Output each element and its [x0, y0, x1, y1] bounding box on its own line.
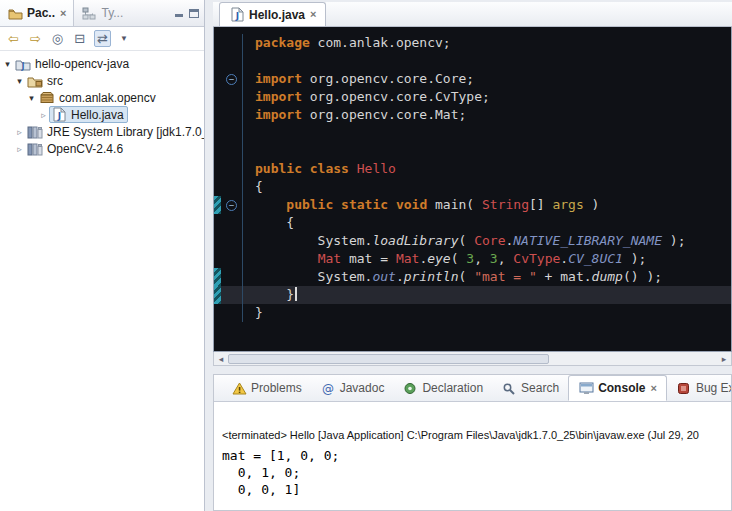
- tree-item-com-anlak-opencv[interactable]: ▾com.anlak.opencv: [0, 89, 204, 106]
- code-text: [243, 52, 255, 70]
- library-icon: [27, 141, 43, 156]
- code-line[interactable]: − public static void main( String[] args…: [214, 196, 731, 214]
- collapse-arrow-icon[interactable]: ▾: [14, 76, 25, 86]
- fold-column: [221, 286, 243, 304]
- code-line[interactable]: {: [214, 178, 731, 196]
- code-line[interactable]: [214, 52, 731, 70]
- tab-label: Declaration: [422, 381, 483, 395]
- code-text: }: [243, 304, 263, 322]
- code-line[interactable]: }: [214, 304, 731, 322]
- close-icon[interactable]: ×: [650, 383, 656, 394]
- scrollbar-thumb[interactable]: [228, 354, 549, 364]
- fold-column: [221, 52, 243, 70]
- code-text: {: [243, 178, 263, 196]
- fold-column: [221, 304, 243, 322]
- tree-item-opencv-2-4-6[interactable]: ▹OpenCV-2.4.6: [0, 140, 204, 157]
- code-text: import org.opencv.core.Core;: [243, 70, 474, 88]
- focus-on-active-task-button[interactable]: ◎: [50, 31, 65, 46]
- fold-column: [221, 88, 243, 106]
- package-explorer-icon: [7, 6, 23, 21]
- range-indicator: [214, 106, 221, 124]
- collapse-all-button[interactable]: ⊟: [72, 31, 87, 46]
- link-with-editor-button[interactable]: ⇄: [94, 30, 111, 47]
- code-text: public class Hello: [243, 160, 396, 178]
- maximize-icon[interactable]: [189, 9, 199, 18]
- tree-label: hello-opencv-java: [35, 57, 129, 71]
- tab-hello-java[interactable]: J Hello.java ×: [219, 2, 326, 26]
- close-icon[interactable]: ×: [60, 8, 66, 19]
- fold-column: [221, 142, 243, 160]
- view-window-buttons: [174, 9, 204, 18]
- code-text: import org.opencv.core.CvType;: [243, 88, 490, 106]
- code-text: System.out.println( "mat = " + mat.dump(…: [243, 268, 662, 286]
- tab-ty[interactable]: Ty...: [74, 0, 130, 26]
- expand-arrow-icon[interactable]: ▹: [14, 127, 25, 137]
- tab-console[interactable]: Console×: [568, 375, 667, 401]
- code-line[interactable]: {: [214, 214, 731, 232]
- tree-node: JRE System Library [jdk1.7.0_25]: [25, 123, 204, 140]
- code-line[interactable]: import org.opencv.core.CvType;: [214, 88, 731, 106]
- close-icon[interactable]: ×: [310, 9, 316, 20]
- tab-problems[interactable]: Problems: [222, 375, 311, 401]
- code-line[interactable]: }: [214, 286, 731, 304]
- console-line: 0, 1, 0;: [222, 464, 723, 481]
- code-line[interactable]: Mat mat = Mat.eye( 3, 3, CvType.CV_8UC1 …: [214, 250, 731, 268]
- tab-declaration[interactable]: Declaration: [393, 375, 492, 401]
- code-line[interactable]: −import org.opencv.core.Core;: [214, 70, 731, 88]
- fold-marker-icon[interactable]: −: [226, 200, 237, 211]
- fold-marker-icon[interactable]: −: [226, 74, 237, 85]
- range-indicator: [214, 268, 221, 286]
- editor-horizontal-scrollbar[interactable]: ◂ ▸: [213, 352, 732, 366]
- collapse-arrow-icon[interactable]: ▾: [2, 59, 13, 69]
- tree-node: src: [25, 72, 67, 89]
- tree-label: Hello.java: [71, 108, 124, 122]
- code-line[interactable]: System.loadLibrary( Core.NATIVE_LIBRARY_…: [214, 232, 731, 250]
- console-output: mat = [1, 0, 0; 0, 1, 0; 0, 0, 1]: [222, 447, 723, 498]
- expand-arrow-icon[interactable]: ▹: [14, 144, 25, 154]
- range-indicator: [214, 286, 221, 304]
- minimize-icon[interactable]: [174, 9, 184, 18]
- code-line[interactable]: System.out.println( "mat = " + mat.dump(…: [214, 268, 731, 286]
- view-tab-bar: Pac..×Ty...: [0, 0, 204, 27]
- package-explorer-view: Pac..×Ty... ⇦⇨◎⊟⇄▼ ▾Jhello-opencv-java▾s…: [0, 0, 205, 511]
- tree-item-src[interactable]: ▾src: [0, 72, 204, 89]
- forward-button[interactable]: ⇨: [28, 31, 43, 46]
- code-line[interactable]: [214, 124, 731, 142]
- project-icon: J: [15, 56, 31, 71]
- code-line[interactable]: public class Hello: [214, 160, 731, 178]
- fold-column: [221, 268, 243, 286]
- code-line[interactable]: [214, 142, 731, 160]
- search-icon: [501, 381, 517, 396]
- code-line[interactable]: import org.opencv.core.Mat;: [214, 106, 731, 124]
- range-indicator: [214, 142, 221, 160]
- tab-pac[interactable]: Pac..×: [0, 0, 74, 26]
- code-editor[interactable]: package com.anlak.opencv;−import org.ope…: [213, 27, 732, 352]
- tab-search[interactable]: Search: [492, 375, 568, 401]
- java-file-icon: J: [51, 107, 67, 122]
- tab-label: Problems: [251, 381, 302, 395]
- range-indicator: [214, 160, 221, 178]
- tab-bug-explorer[interactable]: Bug Explorer: [667, 375, 731, 401]
- tab-javadoc[interactable]: @Javadoc: [311, 375, 394, 401]
- expand-arrow-icon[interactable]: ▹: [38, 110, 49, 120]
- range-indicator: [214, 34, 221, 52]
- code-text: public static void main( String[] args ): [243, 196, 599, 214]
- src-folder-icon: [27, 73, 43, 88]
- collapse-arrow-icon[interactable]: ▾: [26, 93, 37, 103]
- jre-library-icon: [27, 124, 43, 139]
- code-text: {: [243, 214, 294, 232]
- javadoc-icon: @: [320, 381, 336, 396]
- code-line[interactable]: package com.anlak.opencv;: [214, 34, 731, 52]
- package-explorer-toolbar: ⇦⇨◎⊟⇄▼: [0, 27, 204, 51]
- tree-item-hello-opencv-java[interactable]: ▾Jhello-opencv-java: [0, 55, 204, 72]
- view-menu-button[interactable]: ▼: [118, 34, 130, 44]
- tree-item-hello-java[interactable]: ▹JHello.java: [0, 106, 204, 123]
- scroll-right-icon[interactable]: ▸: [717, 354, 731, 364]
- code-text: Mat mat = Mat.eye( 3, 3, CvType.CV_8UC1 …: [243, 250, 646, 268]
- range-indicator: [214, 178, 221, 196]
- tree-node: Jhello-opencv-java: [13, 55, 133, 72]
- scroll-left-icon[interactable]: ◂: [214, 354, 228, 364]
- back-button[interactable]: ⇦: [6, 31, 21, 46]
- tab-label: Ty...: [101, 6, 123, 20]
- tree-item-jre-system-library-jdk1-7-0-25[interactable]: ▹JRE System Library [jdk1.7.0_25]: [0, 123, 204, 140]
